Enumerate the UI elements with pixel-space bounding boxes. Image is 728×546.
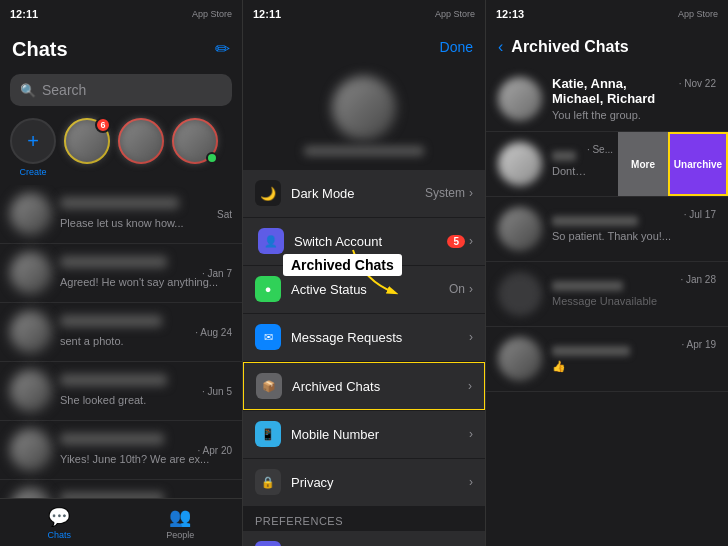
done-button[interactable]: Done: [440, 39, 473, 55]
time-chats: 12:11: [10, 8, 38, 20]
active-status-chevron: ›: [469, 282, 473, 296]
tab-bar: 💬 Chats 👥 People: [0, 498, 242, 546]
archived-avatar-5: [498, 337, 542, 381]
story-create[interactable]: + Create: [10, 118, 56, 177]
archived-chat-item-5[interactable]: 👍 · Apr 19: [486, 327, 728, 392]
profile-name: [304, 146, 424, 156]
message-requests-label: Message Requests: [291, 330, 469, 345]
chat-item-1[interactable]: Please let us know how... Sat: [0, 185, 242, 244]
back-button[interactable]: ‹: [498, 38, 503, 56]
chats-nav-bar: Chats ✏: [0, 28, 242, 70]
chat-item-4[interactable]: She looked great. · Jun 5: [0, 362, 242, 421]
chat-info-4: She looked great.: [60, 374, 194, 408]
story-create-label: Create: [19, 167, 46, 177]
archived-chat-item-3[interactable]: So patient. Thank you!... · Jul 17: [486, 197, 728, 262]
settings-active-status[interactable]: ● Active Status On ›: [243, 266, 485, 313]
chat-preview-5: Yikes! June 10th? We are ex...: [60, 453, 209, 465]
chat-item-5[interactable]: Yikes! June 10th? We are ex... · Apr 20: [0, 421, 242, 480]
settings-privacy[interactable]: 🔒 Privacy ›: [243, 459, 485, 506]
chat-name-5: [60, 433, 164, 445]
settings-mobile-number[interactable]: 📱 Mobile Number ›: [243, 411, 485, 458]
chats-tab-icon: 💬: [48, 506, 70, 528]
settings-message-requests[interactable]: ✉ Message Requests ›: [243, 314, 485, 361]
archived-chat-time-5: · Apr 19: [682, 339, 716, 350]
archived-chat-item-1[interactable]: Katie, Anna, Michael, Richard You left t…: [486, 66, 728, 132]
app-store-label-settings: App Store: [435, 9, 475, 19]
archived-avatar-3: [498, 207, 542, 251]
archived-chat-time-3: · Jul 17: [684, 209, 716, 220]
panel-archived: 12:13 App Store ‹ Archived Chats Katie, …: [486, 0, 728, 546]
more-button[interactable]: More: [618, 132, 668, 196]
chat-item-3[interactable]: sent a photo. · Aug 24: [0, 303, 242, 362]
archived-chat-name-1: Katie, Anna, Michael, Richard: [552, 76, 679, 106]
chat-item-2[interactable]: Agreed! He won't say anything... · Jan 7: [0, 244, 242, 303]
archived-chat-name-5: [552, 346, 630, 356]
chat-avatar-3: [10, 311, 52, 353]
archived-chat-name-3: [552, 216, 638, 226]
archived-avatar-4: [498, 272, 542, 316]
archived-chat-item-4[interactable]: Message Unavailable · Jan 28: [486, 262, 728, 327]
panel-chats: 12:11 App Store Chats ✏ 🔍 Search + Creat…: [0, 0, 243, 546]
stories-row: + Create 6: [0, 110, 242, 185]
compose-icon[interactable]: ✏: [215, 38, 230, 60]
mobile-number-label: Mobile Number: [291, 427, 469, 442]
swipe-actions-2: More Unarchive: [618, 132, 728, 196]
archived-chat-preview-1: You left the group.: [552, 109, 679, 121]
settings-switch-account[interactable]: 👤 Switch Account 5 ›: [243, 218, 485, 265]
story-2-avatar: [118, 118, 164, 164]
chat-name-6: [60, 492, 164, 498]
chat-time-2: · Jan 7: [202, 268, 232, 279]
settings-dark-mode[interactable]: 🌙 Dark Mode System ›: [243, 170, 485, 217]
main-container: 12:11 App Store Chats ✏ 🔍 Search + Creat…: [0, 0, 728, 546]
story-1[interactable]: 6: [64, 118, 110, 177]
archived-chat-info-4: Message Unavailable: [552, 281, 680, 307]
chat-avatar-4: [10, 370, 52, 412]
settings-nav: Done: [243, 28, 485, 66]
tab-chats[interactable]: 💬 Chats: [48, 506, 72, 540]
chat-preview-4: She looked great.: [60, 394, 146, 406]
chat-info-3: sent a photo.: [60, 315, 187, 349]
chat-avatar-6: [10, 488, 52, 498]
status-bar-archived: 12:13 App Store: [486, 0, 728, 28]
archived-chat-info-3: So patient. Thank you!...: [552, 216, 684, 242]
archived-nav: ‹ Archived Chats: [486, 28, 728, 66]
unarchive-button-swipe[interactable]: Unarchive: [668, 132, 728, 196]
chat-name-3: [60, 315, 162, 327]
chat-avatar-1: [10, 193, 52, 235]
people-tab-icon: 👥: [169, 506, 191, 528]
archived-chat-item-2[interactable]: Dont spoil that precious baby... · Se...…: [486, 132, 728, 197]
chat-item-6[interactable]: Same to you! We are having... · Apr 12: [0, 480, 242, 498]
privacy-chevron: ›: [469, 475, 473, 489]
time-archived: 12:13: [496, 8, 524, 20]
chats-title: Chats: [12, 38, 68, 61]
privacy-icon: 🔒: [255, 469, 281, 495]
dark-mode-icon: 🌙: [255, 180, 281, 206]
chat-info-2: Agreed! He won't say anything...: [60, 256, 194, 290]
chat-list: Please let us know how... Sat Agreed! He…: [0, 185, 242, 498]
chat-avatar-2: [10, 252, 52, 294]
dark-mode-label: Dark Mode: [291, 186, 425, 201]
settings-list: 🌙 Dark Mode System › 👤 Switch Account 5 …: [243, 170, 485, 546]
active-status-icon: ●: [255, 276, 281, 302]
chat-time-3: · Aug 24: [195, 327, 232, 338]
time-settings: 12:11: [253, 8, 281, 20]
story-3[interactable]: [172, 118, 218, 177]
dark-mode-chevron: ›: [469, 186, 473, 200]
search-bar[interactable]: 🔍 Search: [10, 74, 232, 106]
archived-chat-info-5: 👍: [552, 346, 682, 373]
message-requests-icon: ✉: [255, 324, 281, 350]
settings-archived-chats[interactable]: 📦 Archived Chats ›: [243, 362, 485, 410]
archived-chats-chevron: ›: [468, 379, 472, 393]
archived-chat-preview-4: Message Unavailable: [552, 295, 680, 307]
status-icons-chats: App Store: [192, 9, 232, 19]
archived-chat-info-1: Katie, Anna, Michael, Richard You left t…: [552, 76, 679, 121]
story-3-avatar: [172, 118, 218, 164]
tab-people[interactable]: 👥 People: [166, 506, 194, 540]
story-1-avatar: 6: [64, 118, 110, 164]
preferences-section-label: PREFERENCES: [243, 507, 485, 531]
switch-account-icon: 👤: [258, 228, 284, 254]
archived-chats-icon: 📦: [256, 373, 282, 399]
chat-avatar-5: [10, 429, 52, 471]
settings-notifications[interactable]: 🔔 Notifications & Sounds Off ›: [243, 531, 485, 546]
story-2[interactable]: [118, 118, 164, 177]
